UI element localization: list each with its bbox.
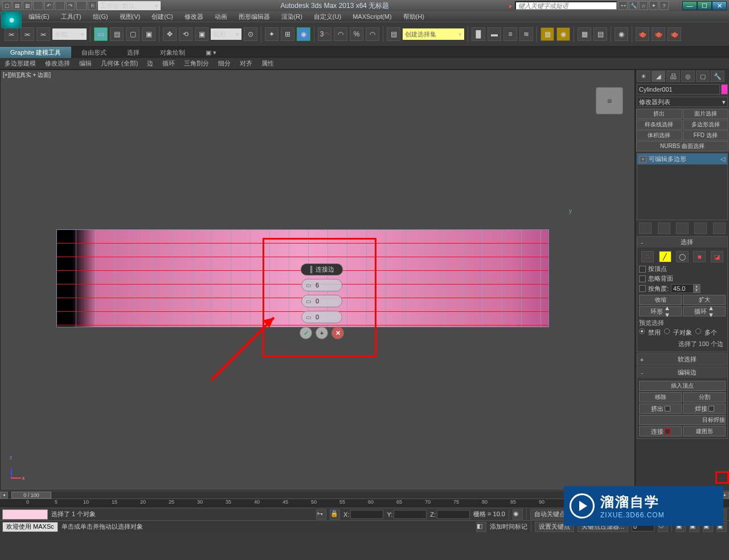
stack-pin-tool[interactable] <box>639 223 652 234</box>
rpanel-align[interactable]: 对齐 <box>235 59 257 68</box>
menu-create[interactable]: 创建(C) <box>146 13 178 21</box>
ribbon-tab-select[interactable]: 选择 <box>117 47 150 58</box>
caddy-cancel-button[interactable]: ✕ <box>331 327 344 339</box>
ribbon-tab-graphite[interactable]: Graphite 建模工具 <box>0 47 71 58</box>
help-icon[interactable]: ? <box>660 1 669 10</box>
modbtn-ffdsel[interactable]: FFD 选择 <box>683 130 729 141</box>
bind-spw-icon[interactable]: ⫘ <box>36 27 50 41</box>
subobj-edge-icon[interactable]: ╱ <box>659 251 671 262</box>
weld-settings-icon[interactable] <box>708 406 714 411</box>
ts-prev-icon[interactable]: ◂ <box>0 492 8 499</box>
weld-button[interactable]: 焊接 <box>683 403 726 414</box>
named-sel-dropdown[interactable]: 创建选择集▾ <box>403 28 464 40</box>
create-shape-button[interactable]: 建图形 <box>683 426 726 437</box>
viewcube[interactable]: ▦ <box>596 87 623 114</box>
rpanel-modsel[interactable]: 修改选择 <box>40 59 75 68</box>
modifier-list-dropdown[interactable]: 修改器列表▾ <box>637 97 728 107</box>
grow-button[interactable]: 扩大 <box>683 295 726 305</box>
caddy-ok-button[interactable]: ✓ <box>300 327 312 339</box>
comm-icon[interactable]: 🔧 <box>629 1 638 10</box>
move-icon[interactable]: ✥ <box>163 27 177 41</box>
selection-filter-dropdown[interactable]: 全部▾ <box>52 28 87 40</box>
stack-editable-poly[interactable]: + 可编辑多边形 ◁ <box>637 154 727 164</box>
rpanel-edit[interactable]: 编辑 <box>75 59 96 68</box>
menu-views[interactable]: 视图(V) <box>114 13 146 21</box>
rpanel-tri[interactable]: 三角剖分 <box>179 59 214 68</box>
snap3-icon[interactable]: 3◠ <box>318 27 331 41</box>
angle-snap-icon[interactable]: ◠ <box>334 27 347 41</box>
render-frame-icon[interactable]: ▤ <box>593 27 607 41</box>
window-cross-icon[interactable]: ▣ <box>142 27 155 41</box>
star2-icon[interactable]: ✦ <box>649 1 658 10</box>
split-button[interactable]: 分割 <box>683 392 726 402</box>
select-link-icon[interactable]: ⫘ <box>5 27 18 41</box>
modify-tab-icon[interactable]: ◢ <box>652 71 665 82</box>
caddy-pinch-spinner[interactable]: ▭0 <box>301 295 342 307</box>
modifier-stack[interactable]: + 可编辑多边形 ◁ <box>637 153 728 220</box>
open-icon[interactable]: ▤ <box>13 1 22 10</box>
isolate-icon[interactable]: ◉ <box>513 509 523 520</box>
chk-ignore-back[interactable] <box>639 275 646 282</box>
radio-preview-multi[interactable] <box>695 328 701 334</box>
lock2-icon[interactable]: 🔒 <box>330 509 340 520</box>
rpanel-props[interactable]: 属性 <box>257 59 279 68</box>
menu-edit[interactable]: 编辑(E) <box>23 13 55 21</box>
rotate-icon[interactable]: ⟲ <box>179 27 193 41</box>
stack-config-tool[interactable] <box>713 223 726 234</box>
time-handle[interactable]: 0 / 100 <box>11 492 51 499</box>
keymode-icon[interactable]: ⊞ <box>281 27 294 41</box>
edit-sel-set-icon[interactable]: ▤ <box>387 27 400 41</box>
maximize-button[interactable]: ☐ <box>697 1 712 10</box>
ref-coord-dropdown[interactable]: 视图▾ <box>211 28 241 40</box>
modbtn-polysel[interactable]: 多边形选择 <box>683 120 729 130</box>
menu-help[interactable]: 帮助(H) <box>398 13 430 21</box>
save-icon[interactable]: ▥ <box>23 1 32 10</box>
ribbon-collapse-icon[interactable]: ▣ ▾ <box>195 47 227 58</box>
percent-snap-icon[interactable]: % <box>350 27 363 41</box>
menu-graph[interactable]: 图形编辑器 <box>233 13 276 21</box>
lock-icon[interactable]: 🗝 <box>316 509 326 520</box>
search-icon[interactable]: 👓 <box>619 1 628 10</box>
modbtn-splinesel[interactable]: 样条线选择 <box>636 120 682 130</box>
caddy-apply-button[interactable]: + <box>316 327 328 339</box>
ribbon-tab-freeform[interactable]: 自由形式 <box>71 47 117 58</box>
spinner-snap-icon[interactable]: ◠ <box>366 27 379 41</box>
stack-remove-tool[interactable] <box>694 223 707 234</box>
stack-show-tool[interactable] <box>658 223 670 234</box>
radio-preview-sub[interactable] <box>664 328 670 334</box>
add-time-tag[interactable]: 添加时间标记 <box>490 522 527 531</box>
rpanel-subdiv[interactable]: 细分 <box>214 59 235 68</box>
modbtn-volsel[interactable]: 体积选择 <box>636 130 682 141</box>
manip-icon[interactable]: ✦ <box>265 27 279 41</box>
angle-spinner[interactable]: 45.0▲▼ <box>671 284 701 293</box>
rpanel-geom[interactable]: 几何体 (全部) <box>96 59 142 68</box>
coord-z-input[interactable] <box>437 510 470 519</box>
mirror-icon[interactable]: ▐▌ <box>472 27 485 41</box>
coord-x-input[interactable] <box>350 510 383 519</box>
modbtn-extrude[interactable]: 挤出 <box>636 109 682 119</box>
target-weld-button[interactable]: 目标焊接 <box>639 415 726 425</box>
subobj-vertex-icon[interactable]: ∴ <box>641 251 654 262</box>
layers-icon[interactable]: ≡ <box>503 27 517 41</box>
stack-pin-icon[interactable]: ◁ <box>720 155 725 163</box>
object-name-input[interactable] <box>637 84 720 94</box>
select-rect-icon[interactable]: ▢ <box>126 27 140 41</box>
minimize-button[interactable]: — <box>682 1 697 10</box>
radio-preview-off[interactable] <box>639 328 645 334</box>
undo-icon[interactable]: ↶ <box>44 1 54 10</box>
menu-tools[interactable]: 工具(T) <box>55 13 87 21</box>
save-drop[interactable] <box>33 1 43 10</box>
connect-button[interactable]: 连接 <box>639 426 682 437</box>
align-icon[interactable]: ▬ <box>488 27 501 41</box>
utilities-tab-icon[interactable]: 🔧 <box>711 71 724 82</box>
scale-icon[interactable]: ▣ <box>195 27 208 41</box>
viewport-label[interactable]: [+][前][真实 + 边面] <box>3 71 51 79</box>
extrude-settings-icon[interactable] <box>665 406 670 411</box>
app-logo-icon[interactable]: ⊚ <box>1 11 22 28</box>
shrink-button[interactable]: 收缩 <box>639 295 682 305</box>
coord-y-input[interactable] <box>394 510 427 519</box>
remove-button[interactable]: 移除 <box>639 392 682 402</box>
hierarchy-tab-icon[interactable]: 品 <box>666 71 680 82</box>
insert-vertex-button[interactable]: 插入顶点 <box>639 381 726 391</box>
close-button[interactable]: ✕ <box>712 1 727 10</box>
